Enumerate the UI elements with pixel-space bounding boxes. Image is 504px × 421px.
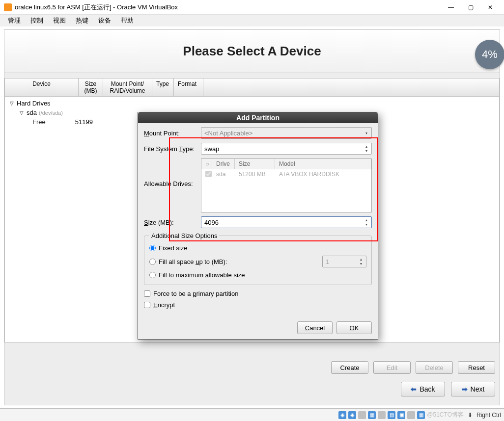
drives-col-model: Model <box>275 159 371 169</box>
hard-disk-icon[interactable]: ◉ <box>338 411 346 419</box>
create-button[interactable]: Create <box>331 361 368 374</box>
close-button[interactable]: ✕ <box>480 0 500 14</box>
drive-model: ATA VBOX HARDDISK <box>275 171 371 179</box>
encrypt-label: Encrypt <box>153 301 175 309</box>
shared-folder-icon[interactable]: ▤ <box>388 411 395 419</box>
watermark-text: @51CTO博客 <box>427 411 464 419</box>
delete-button: Delete <box>416 361 453 374</box>
force-primary-checkbox[interactable] <box>144 290 150 297</box>
mount-point-combo: <Not Applicable> ▾ <box>201 127 372 139</box>
size-input[interactable]: ▴▾ <box>201 216 372 228</box>
menu-bar: 管理 控制 视图 热键 设备 帮助 <box>0 15 504 26</box>
drive-checkbox <box>205 171 212 177</box>
tree-free-size: 51199 <box>75 118 93 126</box>
usb-icon[interactable] <box>378 411 386 419</box>
edit-button: Edit <box>373 361 411 374</box>
host-key-label: Right Ctrl <box>476 412 501 419</box>
fill-max-label: Fill to maximum allowable size <box>159 271 245 279</box>
spinner-icon[interactable]: ▴▾ <box>363 143 370 154</box>
menu-help[interactable]: 帮助 <box>116 15 139 26</box>
col-mount[interactable]: Mount Point/ RAID/Volume <box>103 79 152 96</box>
tree-disk-hint: (/dev/sda) <box>39 110 63 116</box>
arrow-right-icon: ➡ <box>462 385 468 393</box>
fill-up-to-radio[interactable] <box>149 259 156 265</box>
fill-up-to-label: Fill all space up to (MB): <box>159 258 322 265</box>
menu-view[interactable]: 视图 <box>48 15 71 26</box>
cpu-icon[interactable]: ▦ <box>417 411 425 419</box>
next-button[interactable]: ➡Next <box>451 382 495 396</box>
addl-size-legend: Additional Size Options <box>149 232 219 239</box>
progress-badge: 4% <box>475 40 504 69</box>
tree-toggle-icon[interactable]: ▽ <box>19 110 25 115</box>
force-primary-label: Force to be a primary partition <box>153 290 238 297</box>
back-button[interactable]: ⬅Back <box>401 382 445 396</box>
arrow-left-icon: ⬅ <box>411 385 417 393</box>
window-titlebar: oralce linux6.5 for ASM [正在运行] - Oracle … <box>0 0 504 15</box>
fill-max-radio[interactable] <box>149 272 156 278</box>
fixed-size-label: Fixed size <box>159 244 188 252</box>
drives-col-size: Size <box>235 159 275 169</box>
encrypt-checkbox[interactable] <box>144 302 150 308</box>
fstype-value: swap <box>204 145 219 153</box>
recording-icon[interactable] <box>407 411 415 419</box>
add-partition-dialog: Add Partition Mount Point: <Not Applicab… <box>138 112 378 340</box>
spinner-icon[interactable]: ▴▾ <box>363 217 370 228</box>
col-type[interactable]: Type <box>152 79 174 96</box>
audio-icon[interactable] <box>358 411 366 419</box>
mount-point-value: <Not Applicable> <box>204 130 252 137</box>
drives-col-drive: Drive <box>212 159 235 169</box>
chevron-down-icon: ▾ <box>363 128 370 138</box>
partition-actions: Create Edit Delete Reset <box>4 358 500 377</box>
ok-button[interactable]: OK <box>336 321 372 334</box>
tree-root[interactable]: Hard Drives <box>17 100 51 107</box>
additional-size-options: Additional Size Options Fixed size Fill … <box>144 232 372 285</box>
partition-header: Device Size (MB) Mount Point/ RAID/Volum… <box>5 79 499 97</box>
fixed-size-radio[interactable] <box>149 245 156 251</box>
minimize-button[interactable]: — <box>441 0 461 14</box>
fstype-label: File System Type: <box>144 145 201 153</box>
drive-row[interactable]: sda 51200 MB ATA VBOX HARDDISK <box>201 169 371 180</box>
col-format[interactable]: Format <box>174 79 203 96</box>
fill-up-to-value: 1 <box>326 258 329 265</box>
installer-banner: Please Select A Device 4% <box>4 30 500 73</box>
installer-nav: ⬅Back ➡Next <box>4 379 500 399</box>
tree-disk[interactable]: sda <box>27 109 37 116</box>
menu-devices[interactable]: 设备 <box>93 15 116 26</box>
vm-status-bar: ◉ ◉ ▦ ▤ ▣ ▦ @51CTO博客 ⬇ Right Ctrl <box>0 408 504 421</box>
display-icon[interactable]: ▣ <box>397 411 405 419</box>
drive-size: 51200 MB <box>235 171 275 179</box>
fstype-combo[interactable]: swap ▴▾ <box>201 143 372 155</box>
allowable-drives-label: Allowable Drives: <box>144 158 201 187</box>
col-size[interactable]: Size (MB) <box>79 79 103 96</box>
mount-point-label: Mount Point: <box>144 130 201 137</box>
col-device[interactable]: Device <box>5 79 79 96</box>
maximize-button[interactable]: ▢ <box>461 0 480 14</box>
menu-hotkeys[interactable]: 热键 <box>71 15 93 26</box>
fill-up-to-input: 1 ▴▾ <box>322 256 366 267</box>
network-icon[interactable]: ▦ <box>368 411 376 419</box>
menu-control[interactable]: 控制 <box>26 15 48 26</box>
reset-button[interactable]: Reset <box>458 361 495 374</box>
spinner-icon: ▴▾ <box>357 256 365 267</box>
host-key-icon: ⬇ <box>468 412 473 419</box>
size-field[interactable] <box>204 219 368 226</box>
menu-manage[interactable]: 管理 <box>3 15 26 26</box>
cancel-button[interactable]: Cancel <box>297 321 333 334</box>
drive-name: sda <box>212 171 235 179</box>
tree-free[interactable]: Free <box>32 118 46 126</box>
allowable-drives-list[interactable]: ○ Drive Size Model sda 51200 MB ATA VBOX… <box>201 158 372 212</box>
optical-disk-icon[interactable]: ◉ <box>348 411 356 419</box>
size-label: Size (MB): <box>144 219 201 226</box>
virtualbox-icon <box>4 3 12 11</box>
drives-col-check: ○ <box>201 159 212 169</box>
dialog-title: Add Partition <box>138 112 378 123</box>
window-title: oralce linux6.5 for ASM [正在运行] - Oracle … <box>15 3 441 12</box>
tree-toggle-icon[interactable]: ▽ <box>9 101 15 106</box>
banner-title: Please Select A Device <box>4 44 500 59</box>
